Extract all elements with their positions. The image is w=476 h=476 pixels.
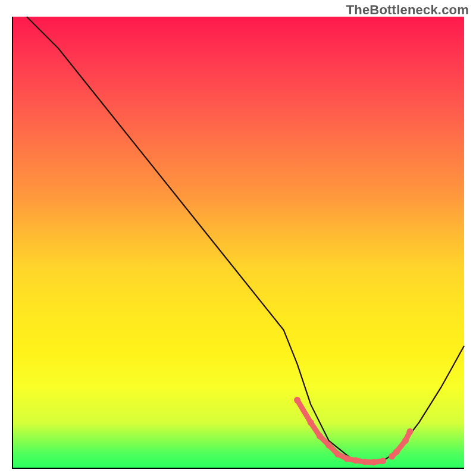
cluster-dot <box>362 459 368 465</box>
plot-area <box>12 17 464 469</box>
cluster-dot <box>325 442 332 449</box>
cluster-dot <box>353 457 359 464</box>
cluster-dot <box>294 397 300 403</box>
cluster-dot <box>343 455 350 462</box>
cluster-dot <box>371 459 377 465</box>
chart-svg <box>13 17 464 468</box>
watermark-text: TheBottleneck.com <box>346 2 469 18</box>
cluster-dot <box>308 419 314 426</box>
cluster-dot <box>407 428 414 435</box>
cluster-dot <box>402 437 409 444</box>
cluster-dot <box>317 433 323 439</box>
cluster-dot <box>393 449 400 455</box>
cluster-dot <box>334 451 341 458</box>
chart-container: TheBottleneck.com <box>0 0 476 476</box>
cluster-dot <box>380 458 386 464</box>
curve-line <box>27 17 464 462</box>
